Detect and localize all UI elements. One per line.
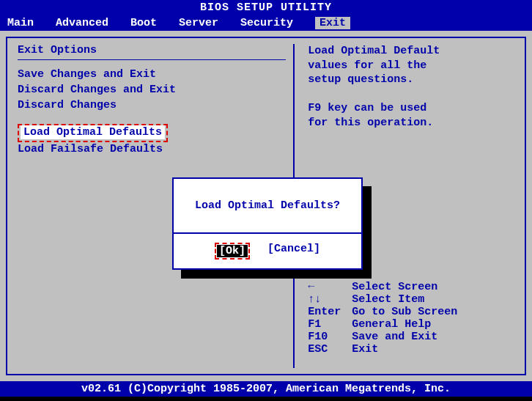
key-hint: ↑↓Select Item	[308, 293, 514, 306]
menu-boot[interactable]: Boot	[130, 17, 157, 29]
footer: v02.61 (C)Copyright 1985-2007, American …	[0, 381, 532, 397]
keyboard-hints: ←Select Screen ↑↓Select Item EnterGo to …	[308, 281, 514, 368]
ok-button[interactable]: [Ok]	[217, 245, 248, 257]
key-hint: ←Select Screen	[308, 281, 514, 293]
menu-main[interactable]: Main	[7, 17, 34, 29]
copyright: v02.61 (C)Copyright 1985-2007, American …	[81, 383, 451, 395]
key-hint: F10Save and Exit	[308, 331, 514, 343]
key-hint: EnterGo to Sub Screen	[308, 306, 514, 318]
exit-options-title: Exit Options	[18, 44, 286, 56]
menu-server[interactable]: Server	[179, 17, 218, 29]
key-hint: ESCExit	[308, 343, 514, 356]
menu-advanced[interactable]: Advanced	[56, 17, 108, 29]
highlight-load-optimal: Load Optimal Defaults	[18, 124, 168, 142]
dialog-buttons: [Ok] [Cancel]	[174, 234, 361, 268]
bios-title: BIOS SETUP UTILITY	[200, 1, 332, 14]
help-line: for this operation.	[308, 116, 514, 130]
help-line: F9 key can be used	[308, 101, 514, 116]
option-discard-exit[interactable]: Discard Changes and Exit	[18, 83, 286, 97]
divider	[18, 59, 286, 60]
help-line: setup questions.	[308, 73, 514, 87]
cancel-button[interactable]: [Cancel]	[267, 243, 320, 260]
menu-security[interactable]: Security	[240, 17, 293, 29]
dialog-message: Load Optimal Defaults?	[174, 179, 361, 234]
option-discard-changes[interactable]: Discard Changes	[18, 98, 286, 112]
option-load-optimal[interactable]: Load Optimal Defaults	[21, 125, 165, 139]
confirm-dialog: Load Optimal Defaults? [Ok] [Cancel]	[172, 177, 363, 270]
option-load-failsafe[interactable]: Load Failsafe Defaults	[18, 142, 286, 156]
key-hint: F1General Help	[308, 318, 514, 331]
help-line: values for all the	[308, 59, 514, 73]
help-line: Load Optimal Default	[308, 44, 514, 59]
highlight-ok: [Ok]	[215, 243, 250, 260]
option-save-exit[interactable]: Save Changes and Exit	[18, 67, 286, 81]
main-area: Exit Options Save Changes and Exit Disca…	[0, 31, 532, 381]
title-bar: BIOS SETUP UTILITY	[0, 0, 532, 15]
menu-exit[interactable]: Exit	[315, 17, 350, 29]
menu-bar: Main Advanced Boot Server Security Exit	[0, 15, 532, 31]
help-text: Load Optimal Default values for all the …	[308, 44, 514, 130]
